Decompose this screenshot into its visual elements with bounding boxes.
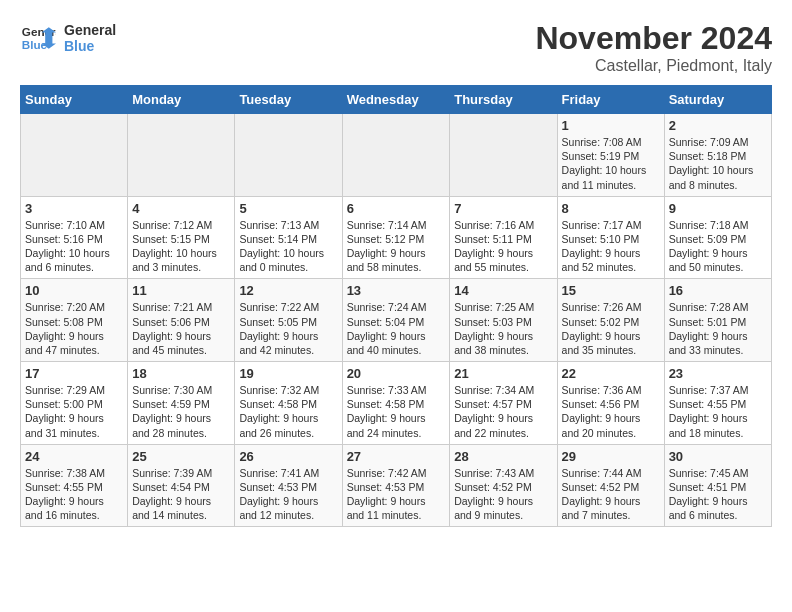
calendar-cell: 2Sunrise: 7:09 AM Sunset: 5:18 PM Daylig…	[664, 114, 771, 197]
calendar-cell: 30Sunrise: 7:45 AM Sunset: 4:51 PM Dayli…	[664, 444, 771, 527]
calendar-cell: 22Sunrise: 7:36 AM Sunset: 4:56 PM Dayli…	[557, 362, 664, 445]
calendar-cell: 20Sunrise: 7:33 AM Sunset: 4:58 PM Dayli…	[342, 362, 450, 445]
calendar-cell: 24Sunrise: 7:38 AM Sunset: 4:55 PM Dayli…	[21, 444, 128, 527]
day-number: 1	[562, 118, 660, 133]
day-number: 3	[25, 201, 123, 216]
day-number: 25	[132, 449, 230, 464]
day-number: 16	[669, 283, 767, 298]
calendar-cell: 7Sunrise: 7:16 AM Sunset: 5:11 PM Daylig…	[450, 196, 557, 279]
day-info: Sunrise: 7:16 AM Sunset: 5:11 PM Dayligh…	[454, 218, 552, 275]
calendar-week-row: 3Sunrise: 7:10 AM Sunset: 5:16 PM Daylig…	[21, 196, 772, 279]
day-info: Sunrise: 7:20 AM Sunset: 5:08 PM Dayligh…	[25, 300, 123, 357]
calendar-week-row: 10Sunrise: 7:20 AM Sunset: 5:08 PM Dayli…	[21, 279, 772, 362]
location-subtitle: Castellar, Piedmont, Italy	[535, 57, 772, 75]
day-info: Sunrise: 7:08 AM Sunset: 5:19 PM Dayligh…	[562, 135, 660, 192]
calendar-cell	[450, 114, 557, 197]
day-number: 9	[669, 201, 767, 216]
calendar-cell: 19Sunrise: 7:32 AM Sunset: 4:58 PM Dayli…	[235, 362, 342, 445]
day-info: Sunrise: 7:32 AM Sunset: 4:58 PM Dayligh…	[239, 383, 337, 440]
calendar-week-row: 24Sunrise: 7:38 AM Sunset: 4:55 PM Dayli…	[21, 444, 772, 527]
calendar-cell: 9Sunrise: 7:18 AM Sunset: 5:09 PM Daylig…	[664, 196, 771, 279]
weekday-header: Wednesday	[342, 86, 450, 114]
calendar-cell: 18Sunrise: 7:30 AM Sunset: 4:59 PM Dayli…	[128, 362, 235, 445]
calendar-cell: 12Sunrise: 7:22 AM Sunset: 5:05 PM Dayli…	[235, 279, 342, 362]
page-header: General Blue General Blue November 2024 …	[20, 20, 772, 75]
day-number: 28	[454, 449, 552, 464]
day-number: 4	[132, 201, 230, 216]
calendar-cell: 17Sunrise: 7:29 AM Sunset: 5:00 PM Dayli…	[21, 362, 128, 445]
day-number: 6	[347, 201, 446, 216]
weekday-header: Sunday	[21, 86, 128, 114]
calendar-week-row: 17Sunrise: 7:29 AM Sunset: 5:00 PM Dayli…	[21, 362, 772, 445]
calendar-cell: 16Sunrise: 7:28 AM Sunset: 5:01 PM Dayli…	[664, 279, 771, 362]
day-info: Sunrise: 7:30 AM Sunset: 4:59 PM Dayligh…	[132, 383, 230, 440]
day-info: Sunrise: 7:43 AM Sunset: 4:52 PM Dayligh…	[454, 466, 552, 523]
day-number: 18	[132, 366, 230, 381]
calendar-cell: 3Sunrise: 7:10 AM Sunset: 5:16 PM Daylig…	[21, 196, 128, 279]
calendar-cell: 11Sunrise: 7:21 AM Sunset: 5:06 PM Dayli…	[128, 279, 235, 362]
calendar-cell: 26Sunrise: 7:41 AM Sunset: 4:53 PM Dayli…	[235, 444, 342, 527]
day-number: 13	[347, 283, 446, 298]
day-info: Sunrise: 7:37 AM Sunset: 4:55 PM Dayligh…	[669, 383, 767, 440]
day-info: Sunrise: 7:10 AM Sunset: 5:16 PM Dayligh…	[25, 218, 123, 275]
month-title: November 2024	[535, 20, 772, 57]
day-info: Sunrise: 7:34 AM Sunset: 4:57 PM Dayligh…	[454, 383, 552, 440]
day-number: 17	[25, 366, 123, 381]
calendar-cell	[128, 114, 235, 197]
day-info: Sunrise: 7:36 AM Sunset: 4:56 PM Dayligh…	[562, 383, 660, 440]
day-info: Sunrise: 7:09 AM Sunset: 5:18 PM Dayligh…	[669, 135, 767, 192]
day-info: Sunrise: 7:28 AM Sunset: 5:01 PM Dayligh…	[669, 300, 767, 357]
day-info: Sunrise: 7:18 AM Sunset: 5:09 PM Dayligh…	[669, 218, 767, 275]
calendar-cell: 13Sunrise: 7:24 AM Sunset: 5:04 PM Dayli…	[342, 279, 450, 362]
day-info: Sunrise: 7:38 AM Sunset: 4:55 PM Dayligh…	[25, 466, 123, 523]
calendar-cell	[235, 114, 342, 197]
day-number: 12	[239, 283, 337, 298]
day-number: 14	[454, 283, 552, 298]
day-info: Sunrise: 7:45 AM Sunset: 4:51 PM Dayligh…	[669, 466, 767, 523]
day-number: 19	[239, 366, 337, 381]
day-number: 26	[239, 449, 337, 464]
day-number: 23	[669, 366, 767, 381]
calendar-cell: 14Sunrise: 7:25 AM Sunset: 5:03 PM Dayli…	[450, 279, 557, 362]
day-info: Sunrise: 7:39 AM Sunset: 4:54 PM Dayligh…	[132, 466, 230, 523]
calendar-cell: 6Sunrise: 7:14 AM Sunset: 5:12 PM Daylig…	[342, 196, 450, 279]
logo: General Blue General Blue	[20, 20, 116, 56]
day-info: Sunrise: 7:12 AM Sunset: 5:15 PM Dayligh…	[132, 218, 230, 275]
day-number: 30	[669, 449, 767, 464]
day-info: Sunrise: 7:14 AM Sunset: 5:12 PM Dayligh…	[347, 218, 446, 275]
calendar-cell: 29Sunrise: 7:44 AM Sunset: 4:52 PM Dayli…	[557, 444, 664, 527]
calendar-cell: 10Sunrise: 7:20 AM Sunset: 5:08 PM Dayli…	[21, 279, 128, 362]
calendar-cell: 8Sunrise: 7:17 AM Sunset: 5:10 PM Daylig…	[557, 196, 664, 279]
day-info: Sunrise: 7:17 AM Sunset: 5:10 PM Dayligh…	[562, 218, 660, 275]
weekday-header: Tuesday	[235, 86, 342, 114]
calendar-cell: 1Sunrise: 7:08 AM Sunset: 5:19 PM Daylig…	[557, 114, 664, 197]
day-info: Sunrise: 7:13 AM Sunset: 5:14 PM Dayligh…	[239, 218, 337, 275]
day-info: Sunrise: 7:42 AM Sunset: 4:53 PM Dayligh…	[347, 466, 446, 523]
weekday-header: Monday	[128, 86, 235, 114]
weekday-header: Saturday	[664, 86, 771, 114]
calendar-cell: 28Sunrise: 7:43 AM Sunset: 4:52 PM Dayli…	[450, 444, 557, 527]
logo-icon: General Blue	[20, 20, 56, 56]
weekday-header: Friday	[557, 86, 664, 114]
calendar-cell: 23Sunrise: 7:37 AM Sunset: 4:55 PM Dayli…	[664, 362, 771, 445]
title-area: November 2024 Castellar, Piedmont, Italy	[535, 20, 772, 75]
weekday-header: Thursday	[450, 86, 557, 114]
day-info: Sunrise: 7:29 AM Sunset: 5:00 PM Dayligh…	[25, 383, 123, 440]
calendar-table: SundayMondayTuesdayWednesdayThursdayFrid…	[20, 85, 772, 527]
day-number: 22	[562, 366, 660, 381]
day-info: Sunrise: 7:21 AM Sunset: 5:06 PM Dayligh…	[132, 300, 230, 357]
day-number: 8	[562, 201, 660, 216]
calendar-cell	[342, 114, 450, 197]
calendar-cell: 25Sunrise: 7:39 AM Sunset: 4:54 PM Dayli…	[128, 444, 235, 527]
day-number: 21	[454, 366, 552, 381]
day-number: 10	[25, 283, 123, 298]
calendar-cell: 4Sunrise: 7:12 AM Sunset: 5:15 PM Daylig…	[128, 196, 235, 279]
day-number: 7	[454, 201, 552, 216]
day-number: 27	[347, 449, 446, 464]
day-number: 29	[562, 449, 660, 464]
day-info: Sunrise: 7:41 AM Sunset: 4:53 PM Dayligh…	[239, 466, 337, 523]
calendar-cell	[21, 114, 128, 197]
day-number: 11	[132, 283, 230, 298]
calendar-cell: 21Sunrise: 7:34 AM Sunset: 4:57 PM Dayli…	[450, 362, 557, 445]
calendar-cell: 5Sunrise: 7:13 AM Sunset: 5:14 PM Daylig…	[235, 196, 342, 279]
